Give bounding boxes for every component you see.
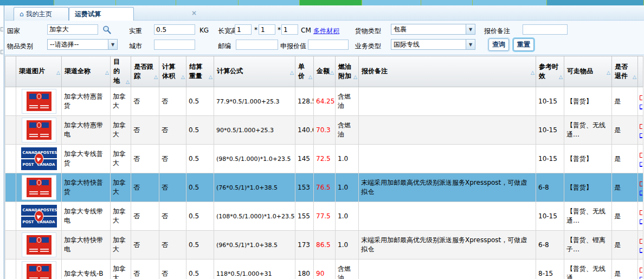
- row-selector-cell[interactable]: [5, 231, 16, 259]
- weight-input[interactable]: [154, 24, 195, 35]
- clipped-action-cell[interactable]: [638, 116, 643, 145]
- col-channel-image[interactable]: 渠道图片△: [16, 56, 62, 87]
- channel-name: 加拿大专线带电: [62, 202, 111, 231]
- close-icon[interactable]: ×: [190, 10, 198, 17]
- settle-weight: 0.5: [186, 202, 214, 231]
- row-selector-cell[interactable]: [5, 87, 16, 116]
- table-row[interactable]: 加拿大特快带电 加拿大 否 否 0.5 (96*0.5/1)*1.0+38.5 …: [5, 231, 643, 259]
- row-selector-cell[interactable]: [5, 116, 16, 145]
- sort-icon[interactable]: △: [606, 69, 610, 76]
- col-returnable[interactable]: 是否退件△: [612, 56, 638, 87]
- sort-icon[interactable]: △: [632, 74, 636, 81]
- sort-icon[interactable]: △: [105, 69, 109, 76]
- declared-value-input[interactable]: [308, 40, 349, 50]
- destination: 加拿大: [111, 145, 131, 173]
- formula: 77.9*0.5/1.000+25.3: [214, 87, 295, 116]
- col-settle-weight[interactable]: 结算重量△: [186, 56, 214, 87]
- canada-post-logo-red: [22, 261, 56, 279]
- tracking: 否: [131, 173, 159, 202]
- col-amount[interactable]: 金额△: [314, 56, 336, 87]
- calc-volume: 否: [159, 173, 186, 202]
- allowed-goods: 【普货】: [564, 87, 612, 116]
- city-input[interactable]: [154, 40, 195, 50]
- chevron-down-icon[interactable]: ▼: [466, 40, 475, 49]
- col-unit-price[interactable]: 单价△: [295, 56, 314, 87]
- table-row[interactable]: 加拿大特惠带电 加拿大 否 否 0.5 90*0.5/1.000+25.3 14…: [5, 116, 643, 145]
- settle-weight: 0.5: [186, 173, 214, 202]
- clipped-action-cell[interactable]: [638, 231, 643, 259]
- multi-piece-volume-link[interactable]: 多件材积: [313, 27, 339, 36]
- col-calc-volume[interactable]: 计算体积△: [159, 56, 186, 87]
- postcode-input[interactable]: [236, 40, 278, 50]
- tab-my-homepage[interactable]: ⌂我的主页: [14, 7, 69, 21]
- sort-icon[interactable]: △: [125, 79, 130, 86]
- sort-icon[interactable]: △: [530, 69, 534, 76]
- cargo-type-select[interactable]: 包裹 ▼: [391, 24, 475, 35]
- quote-note-input[interactable]: [523, 24, 568, 35]
- col-formula[interactable]: 计算公式△: [214, 56, 295, 87]
- returnable: 是: [612, 116, 638, 145]
- business-type-select[interactable]: 国际专线 ▼: [391, 39, 475, 50]
- col-channel-name[interactable]: 渠道全称△: [62, 56, 111, 87]
- chevron-down-icon[interactable]: ▼: [466, 24, 475, 34]
- settle-weight: 0.5: [186, 259, 214, 279]
- table-row[interactable]: CANADAPOSTES POSTCANADA 加拿大专线带电 加拿大 否 否 …: [5, 202, 643, 231]
- item-category-select[interactable]: --请选择-- ▼: [47, 39, 118, 50]
- sort-icon[interactable]: △: [353, 74, 357, 81]
- destination: 加拿大: [111, 231, 131, 259]
- canada-post-logo-red: [22, 232, 56, 257]
- table-row[interactable]: CANADAPOSTES POSTCANADA 加拿大专线普货 加拿大 否 否 …: [5, 145, 643, 173]
- search-icon[interactable]: [102, 25, 112, 35]
- query-button[interactable]: 查询: [488, 38, 509, 51]
- sort-icon[interactable]: △: [208, 74, 212, 81]
- unit-price: 155: [295, 202, 314, 231]
- clipped-action-cell[interactable]: [638, 202, 643, 231]
- reset-button[interactable]: 重置: [513, 38, 534, 51]
- chevron-down-icon[interactable]: ▼: [108, 40, 117, 49]
- tracking: 否: [131, 87, 159, 116]
- sort-icon[interactable]: △: [181, 74, 185, 81]
- row-selector-cell[interactable]: [5, 145, 16, 173]
- amount: 76.5: [314, 173, 336, 202]
- country-input[interactable]: [47, 24, 98, 35]
- calc-volume: 否: [159, 145, 186, 173]
- row-selector-cell[interactable]: [5, 202, 16, 231]
- col-lead-time[interactable]: 参考时效△: [536, 56, 564, 87]
- sort-icon[interactable]: △: [308, 74, 312, 81]
- sort-icon[interactable]: △: [558, 74, 563, 81]
- row-selector-cell[interactable]: [5, 259, 16, 279]
- settle-weight: 0.5: [186, 116, 214, 145]
- sort-icon[interactable]: △: [56, 69, 60, 76]
- tracking: 否: [131, 116, 159, 145]
- destination: 加拿大: [111, 173, 131, 202]
- table-row[interactable]: 加拿大特惠普货 加拿大 否 否 0.5 77.9*0.5/1.000+25.3 …: [5, 87, 643, 116]
- height-input[interactable]: [281, 24, 298, 35]
- length-input[interactable]: [235, 24, 252, 35]
- col-destination[interactable]: 目的地△: [111, 56, 131, 87]
- dims-unit: CM: [301, 27, 311, 34]
- selector-column-header: [5, 56, 16, 87]
- quote-remark: [359, 202, 536, 231]
- channel-name: 加拿大特快带电: [62, 231, 111, 259]
- sort-icon[interactable]: △: [289, 69, 294, 76]
- clipped-action-cell[interactable]: [638, 259, 643, 279]
- col-allowed-goods[interactable]: 可走物品△: [564, 56, 612, 87]
- tab-freight-calc[interactable]: 运费试算 ×: [69, 7, 134, 21]
- clipped-action-cell[interactable]: [638, 145, 643, 173]
- row-selector-cell[interactable]: [5, 173, 16, 202]
- col-tracking[interactable]: 是否跟踪△: [131, 56, 159, 87]
- destination: 加拿大: [111, 116, 131, 145]
- table-row[interactable]: 加拿大专线-B 加拿大 否 否 0.5 118*0.5/1.000+31 180…: [5, 259, 643, 279]
- dims-separator: *: [278, 26, 281, 34]
- col-quote-remark[interactable]: 报价备注△: [359, 56, 536, 87]
- clipped-action-cell[interactable]: [638, 87, 643, 116]
- width-input[interactable]: [259, 24, 275, 35]
- returnable: 是: [612, 87, 638, 116]
- lead-time: 10-15: [536, 87, 564, 116]
- calc-volume: 否: [159, 259, 186, 279]
- sort-icon[interactable]: △: [153, 74, 158, 81]
- clipped-action-cell[interactable]: [638, 173, 643, 202]
- table-row-selected[interactable]: 加拿大特快普货 加拿大 否 否 0.5 (76*0.5/1)*1.0+38.5 …: [5, 173, 643, 202]
- sort-icon[interactable]: △: [330, 69, 334, 76]
- col-fuel-surcharge[interactable]: 燃油附加△: [336, 56, 359, 87]
